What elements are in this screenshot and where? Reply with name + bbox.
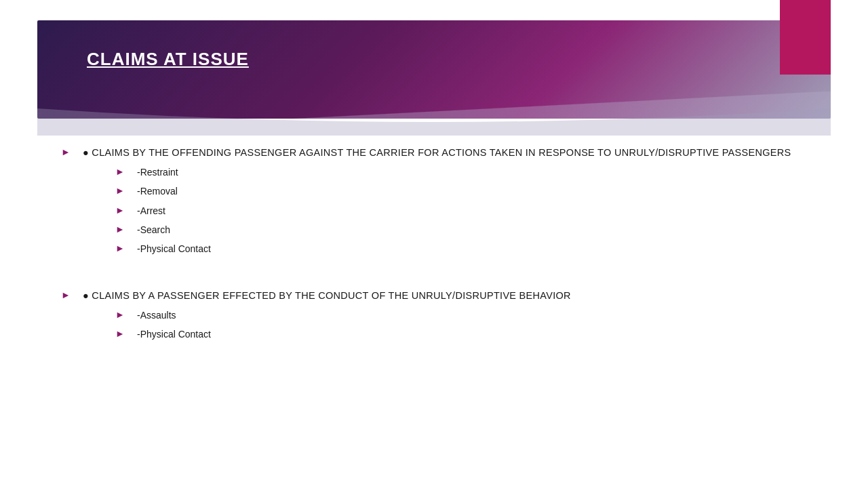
sub-claim-text: -Physical Contact — [137, 327, 211, 341]
banner-curve — [37, 108, 831, 136]
sub-claim-text: -Assaults — [137, 308, 176, 322]
arrow-icon: ► — [115, 166, 126, 177]
list-item: ► -Assaults — [115, 308, 807, 322]
sub-claim-text: -Restraint — [137, 165, 178, 179]
list-item: ► -Search — [115, 223, 807, 237]
list-item: ► ● CLAIMS BY A PASSENGER EFFECTED BY TH… — [61, 289, 807, 303]
claim-text: ● CLAIMS BY THE OFFENDING PASSENGER AGAI… — [83, 146, 791, 160]
arrow-icon: ► — [115, 328, 126, 339]
list-item: ► ● CLAIMS BY THE OFFENDING PASSENGER AG… — [61, 146, 807, 160]
sub-claim-text: -Search — [137, 223, 170, 237]
section-1: ► ● CLAIMS BY THE OFFENDING PASSENGER AG… — [61, 146, 807, 256]
content-area: ► ● CLAIMS BY THE OFFENDING PASSENGER AG… — [61, 146, 807, 461]
list-item: ► -Arrest — [115, 204, 807, 218]
arrow-icon: ► — [115, 243, 126, 253]
section-2: ► ● CLAIMS BY A PASSENGER EFFECTED BY TH… — [61, 289, 807, 342]
arrow-icon: ► — [61, 146, 72, 157]
arrow-icon: ► — [115, 205, 126, 216]
spacer — [61, 270, 807, 289]
slide-title: CLAIMS AT ISSUE — [87, 49, 249, 70]
list-item: ► -Physical Contact — [115, 327, 807, 341]
list-item: ► -Physical Contact — [115, 242, 807, 256]
sub-claim-text: -Arrest — [137, 204, 165, 218]
sub-claim-text: -Physical Contact — [137, 242, 211, 256]
arrow-icon: ► — [115, 224, 126, 235]
slide: CLAIMS AT ISSUE ► ● CLAIMS BY THE OFFEND… — [0, 0, 868, 488]
list-item: ► -Restraint — [115, 165, 807, 179]
pink-accent-decoration — [780, 0, 831, 75]
arrow-icon: ► — [61, 289, 72, 300]
arrow-icon: ► — [115, 185, 126, 196]
claim-text: ● CLAIMS BY A PASSENGER EFFECTED BY THE … — [83, 289, 571, 303]
arrow-icon: ► — [115, 309, 126, 320]
list-item: ► -Removal — [115, 184, 807, 198]
sub-claim-text: -Removal — [137, 184, 178, 198]
